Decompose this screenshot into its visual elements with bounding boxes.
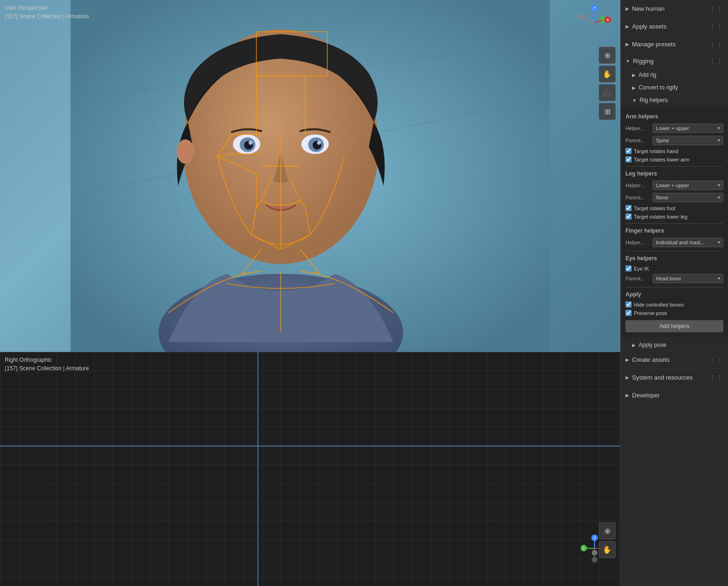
zoom-button[interactable]: ⊕ xyxy=(599,47,616,64)
target-rotates-lower-arm-checkbox[interactable] xyxy=(625,156,632,162)
arm-helpers-label: Arm helpers xyxy=(625,113,723,120)
finger-helpers-label: Finger helpers xyxy=(625,227,723,234)
convert-to-rigify-label: Convert to rigify xyxy=(639,84,678,91)
eye-ik-label: Eye IK xyxy=(634,266,649,271)
arm-parent-row: Parent... Spine Head bone None ▼ xyxy=(625,136,723,145)
eye-helpers-label: Eye helpers xyxy=(625,255,723,262)
rigging-dots: ⋮⋮ xyxy=(709,57,723,65)
arm-helper-select-wrapper[interactable]: Lower + upper Lower upper Upper only Low… xyxy=(653,124,723,133)
separator-4 xyxy=(625,287,723,287)
finger-helper-field-label: Helper... xyxy=(625,240,650,245)
eye-parent-select-wrapper[interactable]: Head bone None Spine ▼ xyxy=(653,274,723,283)
sidebar-item-create-assets[interactable]: ▶ Create assets ⋮⋮ xyxy=(621,351,728,369)
finger-helper-select-wrapper[interactable]: Individual and mast... Individual only M… xyxy=(653,238,723,247)
viewport-container: User Perspective (157) Scene Collection … xyxy=(0,0,620,586)
arm-helper-row: Helper... Lower + upper Lower upper Uppe… xyxy=(625,124,723,133)
create-assets-label: Create assets xyxy=(632,356,669,363)
target-rotates-lower-leg-checkbox[interactable] xyxy=(625,213,632,220)
arm-helper-field-label: Helper... xyxy=(625,125,650,131)
arm-parent-field-label: Parent... xyxy=(625,138,650,143)
leg-helper-field-label: Helper... xyxy=(625,183,650,188)
target-rotates-hand-checkbox[interactable] xyxy=(625,148,632,154)
arrow-system-resources: ▶ xyxy=(625,375,629,380)
target-rotates-lower-leg-row: Target rotates lower leg xyxy=(625,213,723,220)
zoom-bottom-button[interactable]: ⊕ xyxy=(599,522,616,539)
viewport-top-label: User Perspective (157) Scene Collection … xyxy=(5,4,89,21)
pan-button[interactable]: ✋ xyxy=(599,66,616,82)
arm-parent-select[interactable]: Spine Head bone None xyxy=(653,136,723,145)
right-panel: ▶ New human ⋮⋮ ▶ Apply assets ⋮⋮ ▶ Manag… xyxy=(620,0,728,586)
rigging-section: ▼ Rigging ⋮⋮ ▶ Add rig ▶ Convert to rigi… xyxy=(621,53,728,351)
leg-parent-select[interactable]: None Spine Head bone xyxy=(653,193,723,202)
target-rotates-lower-arm-label: Target rotates lower arm xyxy=(634,157,690,162)
eye-parent-row: Parent... Head bone None Spine ▼ xyxy=(625,274,723,283)
arrow-rigging: ▼ xyxy=(625,59,630,64)
svg-point-15 xyxy=(176,139,194,164)
sidebar-item-developer[interactable]: ▶ Developer xyxy=(621,387,728,404)
arrow-apply-pose: ▶ xyxy=(632,343,636,348)
new-human-dots: ⋮⋮ xyxy=(709,5,723,13)
target-rotates-lower-arm-row: Target rotates lower arm xyxy=(625,156,723,162)
arrow-developer: ▶ xyxy=(625,393,629,398)
developer-label: Developer xyxy=(632,392,660,399)
eye-ik-checkbox[interactable] xyxy=(625,265,632,271)
viewport-top[interactable]: User Perspective (157) Scene Collection … xyxy=(0,0,620,352)
hide-controlled-bones-label: Hide controlled bones xyxy=(634,302,684,308)
viewport-bottom-label: Right Orthographic (157) Scene Collectio… xyxy=(5,356,89,373)
apply-pose-label: Apply pose xyxy=(639,342,666,348)
sidebar-item-manage-presets[interactable]: ▶ Manage presets ⋮⋮ xyxy=(621,36,728,53)
sidebar-item-convert-to-rigify[interactable]: ▶ Convert to rigify xyxy=(621,81,728,94)
leg-helper-select[interactable]: Lower + upper Lower upper Upper only Low… xyxy=(653,181,723,190)
target-rotates-foot-label: Target rotates foot xyxy=(634,205,676,211)
pan-bottom-button[interactable]: ✋ xyxy=(599,541,616,558)
hide-controlled-bones-checkbox[interactable] xyxy=(625,301,632,308)
grid-background xyxy=(0,352,620,586)
arrow-new-human: ▶ xyxy=(625,6,629,11)
sidebar-item-apply-assets[interactable]: ▶ Apply assets ⋮⋮ xyxy=(621,18,728,36)
sidebar-item-apply-pose[interactable]: ▶ Apply pose xyxy=(621,339,728,351)
arrow-apply-assets: ▶ xyxy=(625,24,629,29)
arm-parent-select-wrapper[interactable]: Spine Head bone None ▼ xyxy=(653,136,723,145)
system-resources-label: System and resources xyxy=(632,374,692,381)
new-human-label: New human xyxy=(632,5,664,12)
finger-helper-select[interactable]: Individual and mast... Individual only M… xyxy=(653,238,723,247)
preserve-pose-checkbox[interactable] xyxy=(625,310,632,316)
add-helpers-button[interactable]: Add helpers xyxy=(625,320,723,332)
orientation-gizmo-top[interactable]: Z Y X xyxy=(578,5,616,42)
arrow-convert-rigify: ▶ xyxy=(632,85,636,90)
apply-section-label: Apply xyxy=(625,291,723,298)
finger-helper-row: Helper... Individual and mast... Individ… xyxy=(625,238,723,247)
target-rotates-foot-checkbox[interactable] xyxy=(625,205,632,211)
sidebar-item-new-human[interactable]: ▶ New human ⋮⋮ xyxy=(621,0,728,18)
leg-parent-select-wrapper[interactable]: None Spine Head bone ▼ xyxy=(653,193,723,202)
viewport-nav-buttons-bottom: ⊕ ✋ xyxy=(599,522,616,558)
eye-parent-select[interactable]: Head bone None Spine xyxy=(653,274,723,283)
system-resources-dots: ⋮⋮ xyxy=(709,374,723,381)
leg-helpers-label: Leg helpers xyxy=(625,170,723,177)
leg-helper-select-wrapper[interactable]: Lower + upper Lower upper Upper only Low… xyxy=(653,181,723,190)
grid-button[interactable]: ⊞ xyxy=(599,103,616,120)
separator-1 xyxy=(625,166,723,167)
create-assets-dots: ⋮⋮ xyxy=(709,356,723,364)
svg-line-45 xyxy=(595,20,604,22)
arrow-rig-helpers: ▼ xyxy=(632,98,637,103)
add-rig-label: Add rig xyxy=(639,72,656,78)
rigging-header[interactable]: ▼ Rigging ⋮⋮ xyxy=(621,53,728,69)
sidebar-item-rig-helpers[interactable]: ▼ Rig helpers xyxy=(621,94,728,107)
target-rotates-foot-row: Target rotates foot xyxy=(625,205,723,211)
rigging-label: Rigging xyxy=(633,58,654,65)
arm-helper-select[interactable]: Lower + upper Lower upper Upper only Low… xyxy=(653,124,723,133)
preserve-pose-label: Preserve pose xyxy=(634,310,667,316)
separator-3 xyxy=(625,251,723,251)
apply-assets-dots: ⋮⋮ xyxy=(709,23,723,30)
eye-ik-row: Eye IK xyxy=(625,265,723,271)
camera-button[interactable]: 🎥 xyxy=(599,84,616,101)
character-wireframe xyxy=(0,0,620,352)
sidebar-item-add-rig[interactable]: ▶ Add rig xyxy=(621,69,728,81)
arrow-manage-presets: ▶ xyxy=(625,42,629,47)
separator-2 xyxy=(625,223,723,224)
viewport-bottom[interactable]: Right Orthographic (157) Scene Collectio… xyxy=(0,352,620,586)
target-rotates-hand-row: Target rotates hand xyxy=(625,148,723,154)
sidebar-item-system-resources[interactable]: ▶ System and resources ⋮⋮ xyxy=(621,369,728,387)
target-rotates-lower-leg-label: Target rotates lower leg xyxy=(634,214,687,220)
